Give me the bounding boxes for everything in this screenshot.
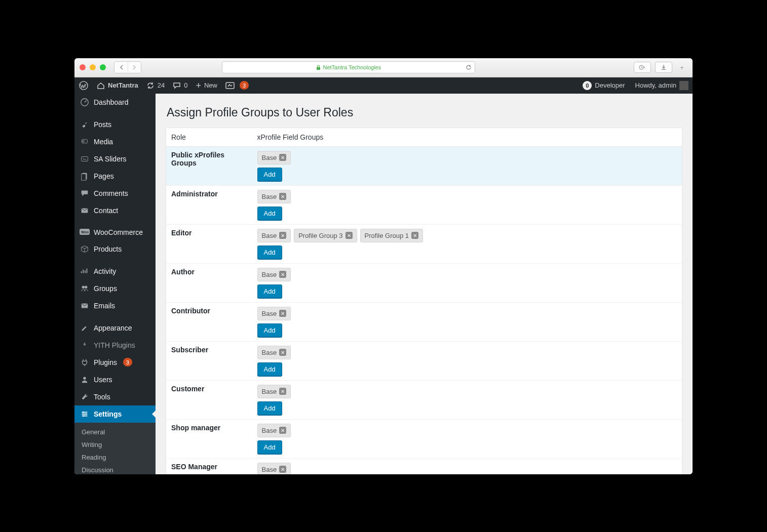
- site-name-link[interactable]: NetTantra: [93, 77, 142, 94]
- remove-tag-button[interactable]: ✕: [279, 154, 286, 161]
- remove-tag-button[interactable]: ✕: [279, 193, 286, 200]
- menu-products[interactable]: Products: [74, 240, 156, 258]
- updates-link[interactable]: 24: [142, 77, 169, 94]
- add-group-button[interactable]: Add: [257, 323, 282, 337]
- submenu-general[interactable]: General: [74, 426, 156, 438]
- remove-tag-button[interactable]: ✕: [279, 349, 286, 356]
- add-group-button[interactable]: Add: [257, 245, 282, 259]
- menu-appearance[interactable]: Appearance: [74, 319, 156, 337]
- submenu-discussion[interactable]: Discussion: [74, 464, 156, 474]
- back-button[interactable]: [114, 62, 128, 73]
- downloads-button[interactable]: [655, 62, 672, 73]
- menu-media[interactable]: Media: [74, 133, 156, 150]
- svg-rect-6: [82, 156, 88, 161]
- role-groups-cell: Base✕Add: [252, 185, 682, 224]
- role-groups-cell: Base✕Add: [252, 146, 682, 185]
- notification-badge[interactable]: 3: [239, 77, 253, 94]
- reload-icon: [466, 64, 472, 70]
- reload-button[interactable]: [466, 64, 472, 70]
- role-name: Customer: [166, 380, 252, 419]
- group-tag: Base✕: [257, 190, 291, 203]
- menu-plugins[interactable]: Plugins 3: [74, 354, 156, 371]
- home-icon: [97, 82, 105, 89]
- table-row: AdministratorBase✕Add: [166, 185, 682, 224]
- menu-emails[interactable]: Emails: [74, 297, 156, 314]
- group-tag-label: Base: [262, 466, 277, 473]
- add-group-button[interactable]: Add: [257, 362, 282, 376]
- add-group-button[interactable]: Add: [257, 440, 282, 454]
- menu-tools[interactable]: Tools: [74, 388, 156, 405]
- role-groups-cell: Base✕Add: [252, 341, 682, 380]
- menu-woocommerce[interactable]: Woo WooCommerce: [74, 224, 156, 240]
- role-groups-cell: Base✕Add: [252, 419, 682, 458]
- role-groups-cell: Base✕Add: [252, 380, 682, 419]
- menu-comments[interactable]: Comments: [74, 185, 156, 202]
- svg-rect-0: [317, 67, 320, 70]
- remove-tag-button[interactable]: ✕: [279, 427, 286, 434]
- group-tag-label: Base: [262, 427, 277, 434]
- wp-admin: NetTantra 24 0 + New 3: [74, 77, 693, 474]
- submenu-reading[interactable]: Reading: [74, 451, 156, 464]
- add-group-button[interactable]: Add: [257, 284, 282, 298]
- address-text: NetTantra Technologies: [323, 64, 381, 70]
- remove-tag-button[interactable]: ✕: [411, 232, 418, 239]
- comments-link[interactable]: 0: [169, 77, 191, 94]
- add-group-button[interactable]: Add: [257, 207, 282, 220]
- role-name: Subscriber: [166, 341, 252, 380]
- site-name: NetTantra: [108, 81, 138, 89]
- menu-dashboard[interactable]: Dashboard: [74, 94, 156, 111]
- maximize-window-button[interactable]: [100, 64, 106, 70]
- notification-count: 3: [240, 81, 249, 90]
- menu-sa-sliders[interactable]: SA Sliders: [74, 150, 156, 168]
- menu-groups[interactable]: Groups: [74, 280, 156, 297]
- browser-window: NetTantra Technologies +: [74, 58, 693, 474]
- new-tab-button[interactable]: +: [676, 62, 687, 73]
- menu-pages[interactable]: Pages: [74, 168, 156, 185]
- developer-link[interactable]: 0 Developer: [579, 77, 629, 94]
- comments-count: 0: [184, 81, 187, 89]
- window-controls: [80, 64, 106, 70]
- role-groups-cell: Base✕Add: [252, 263, 682, 302]
- plus-icon: +: [196, 81, 201, 90]
- role-name: Administrator: [166, 185, 252, 224]
- chevron-right-icon: [133, 65, 136, 70]
- role-name: SEO Manager: [166, 458, 252, 474]
- address-bar[interactable]: NetTantra Technologies: [222, 61, 475, 73]
- group-tag-label: Profile Group 1: [365, 232, 409, 239]
- wp-logo-menu[interactable]: [74, 77, 93, 94]
- table-row: SEO ManagerBase✕Add: [166, 458, 682, 474]
- role-groups-cell: Base✕Add: [252, 302, 682, 341]
- menu-yith[interactable]: YITH Plugins: [74, 337, 156, 354]
- menu-posts[interactable]: Posts: [74, 116, 156, 133]
- menu-contact[interactable]: Contact: [74, 202, 156, 219]
- menu-activity[interactable]: Activity: [74, 263, 156, 280]
- minimize-window-button[interactable]: [90, 64, 96, 70]
- group-tag-label: Base: [262, 349, 277, 356]
- seo-menu[interactable]: [221, 77, 239, 94]
- submenu-writing[interactable]: Writing: [74, 438, 156, 451]
- remove-tag-button[interactable]: ✕: [279, 466, 286, 473]
- role-table: Role xProfile Field Groups Public xProfi…: [166, 128, 682, 474]
- remove-tag-button[interactable]: ✕: [279, 388, 286, 395]
- close-window-button[interactable]: [80, 64, 86, 70]
- menu-settings[interactable]: Settings: [74, 405, 156, 423]
- menu-users[interactable]: Users: [74, 371, 156, 388]
- remove-tag-button[interactable]: ✕: [346, 232, 353, 239]
- account-menu[interactable]: Howdy, admin: [631, 77, 693, 94]
- slider-icon: [80, 154, 90, 163]
- add-group-button[interactable]: Add: [257, 168, 282, 181]
- col-role: Role: [166, 128, 252, 146]
- new-content-link[interactable]: + New: [191, 77, 221, 94]
- add-group-button[interactable]: Add: [257, 401, 282, 415]
- forward-button[interactable]: [128, 62, 141, 73]
- remove-tag-button[interactable]: ✕: [279, 232, 286, 239]
- content-area: Assign Profile Groups to User Roles Role…: [156, 94, 693, 474]
- table-row: Shop managerBase✕Add: [166, 419, 682, 458]
- remove-tag-button[interactable]: ✕: [279, 310, 286, 317]
- page-icon: [80, 172, 90, 181]
- svg-point-16: [83, 412, 84, 413]
- settings-submenu: General Writing Reading Discussion: [74, 423, 156, 474]
- nav-buttons: [114, 61, 141, 73]
- share-button[interactable]: [634, 62, 651, 73]
- remove-tag-button[interactable]: ✕: [279, 271, 286, 278]
